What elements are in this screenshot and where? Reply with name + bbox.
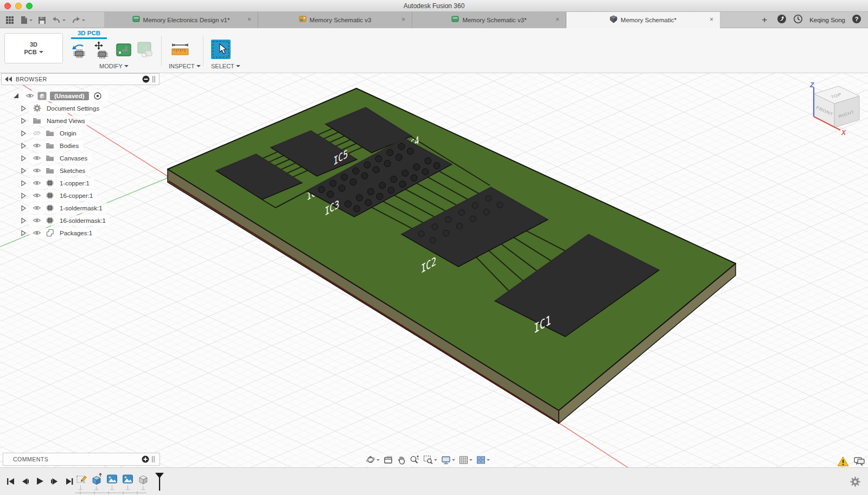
look-at-icon[interactable]: [384, 455, 393, 465]
move-component-icon[interactable]: [92, 40, 112, 60]
select-group-label[interactable]: SELECT: [211, 63, 240, 69]
fit-icon[interactable]: [423, 455, 437, 465]
3d-viewport[interactable]: ICIC4IC5IC3IC2IC1TOPFRONTRIGHTZX BROWSER…: [0, 73, 868, 467]
expand-icon[interactable]: [17, 229, 29, 237]
body-icon[interactable]: [138, 472, 149, 493]
gear-icon[interactable]: [850, 477, 860, 489]
canvas-icon[interactable]: [106, 472, 118, 493]
browser-row-1-soldermask-1[interactable]: 1-soldermask:1: [1, 202, 159, 214]
browser-row-document-settings[interactable]: Document Settings: [1, 102, 159, 114]
new-tab-button[interactable]: +: [758, 14, 770, 26]
browser-row-origin[interactable]: Origin: [1, 127, 159, 139]
browser-item-label[interactable]: 16-copper:1: [60, 192, 93, 199]
comments-bar[interactable]: COMMENTS: [3, 453, 160, 466]
browser-item-label[interactable]: Packages:1: [60, 230, 92, 236]
tab-close-icon[interactable]: ×: [401, 16, 405, 23]
expand-icon[interactable]: [17, 217, 29, 224]
expand-icon[interactable]: [17, 155, 29, 162]
eye-visible-icon[interactable]: [24, 93, 36, 99]
display-settings-icon[interactable]: [441, 455, 455, 465]
document-tab[interactable]: Memory Schematic v3*×: [412, 12, 566, 28]
extrude-icon[interactable]: [91, 472, 103, 493]
eye-visible-icon[interactable]: [30, 155, 43, 161]
browser-row-canvases[interactable]: Canvases: [1, 152, 159, 164]
eye-hidden-icon[interactable]: [30, 130, 43, 136]
select-icon[interactable]: [210, 39, 231, 60]
activate-radio-icon[interactable]: [92, 92, 104, 100]
eye-visible-icon[interactable]: [30, 180, 43, 186]
expand-icon[interactable]: [17, 105, 29, 112]
tab-close-icon[interactable]: ×: [556, 16, 559, 23]
skip-end-icon[interactable]: [65, 477, 74, 486]
redo-icon[interactable]: [71, 16, 85, 24]
browser-item-label[interactable]: Document Settings: [47, 105, 99, 112]
browser-item-label[interactable]: Sketches: [60, 168, 85, 174]
panel-grip[interactable]: [152, 75, 156, 83]
browser-row-1-copper-1[interactable]: 1-copper:1: [1, 177, 159, 189]
browser-root-row[interactable]: (Unsaved): [1, 89, 159, 102]
expand-icon[interactable]: [17, 192, 29, 200]
extensions-icon[interactable]: [777, 14, 787, 26]
zoom-icon[interactable]: [410, 455, 419, 465]
workspace-selector[interactable]: 3D PCB: [4, 33, 63, 63]
tab-close-icon[interactable]: ×: [710, 16, 713, 23]
eye-visible-icon[interactable]: [30, 192, 43, 198]
apps-grid-icon[interactable]: [5, 16, 14, 24]
inspect-group-label[interactable]: INSPECT: [169, 63, 201, 69]
add-comment-icon[interactable]: [142, 455, 149, 463]
browser-row-packages-1[interactable]: Packages:1: [1, 227, 159, 239]
browser-row-16-copper-1[interactable]: 16-copper:1: [1, 189, 159, 202]
browser-item-label[interactable]: Named Views: [47, 118, 85, 124]
expand-icon[interactable]: [17, 204, 29, 212]
new-file-icon[interactable]: [20, 16, 33, 24]
browser-item-label[interactable]: 1-soldermask:1: [60, 205, 103, 211]
play-icon[interactable]: [35, 476, 45, 486]
user-name[interactable]: Keqing Song: [809, 17, 845, 23]
document-tab[interactable]: Memory Schematic v3×: [258, 12, 412, 28]
eye-visible-icon[interactable]: [30, 168, 43, 173]
browser-item-label[interactable]: Canvases: [60, 155, 87, 162]
eye-visible-icon[interactable]: [30, 217, 43, 223]
timeline-marker[interactable]: [154, 472, 165, 492]
document-tab[interactable]: Memory Electronics Design v1*×: [104, 12, 258, 28]
collapse-panel-icon[interactable]: [5, 76, 12, 82]
feedback-icon[interactable]: [853, 457, 865, 468]
expand-icon[interactable]: [17, 142, 29, 150]
browser-item-label[interactable]: 16-soldermask:1: [60, 217, 106, 224]
expand-icon[interactable]: [17, 179, 29, 187]
tab-close-icon[interactable]: ×: [247, 16, 251, 23]
comments-grip[interactable]: [152, 455, 155, 463]
skip-start-icon[interactable]: [5, 477, 15, 486]
save-icon[interactable]: [38, 16, 46, 24]
orbit-icon[interactable]: [366, 455, 380, 465]
canvas-icon[interactable]: [122, 472, 134, 493]
modify-group-label[interactable]: MODIFY: [99, 63, 129, 69]
browser-row-bodies[interactable]: Bodies: [1, 139, 159, 152]
context-tab-3d-pcb[interactable]: 3D PCB: [71, 30, 107, 36]
browser-item-label[interactable]: Bodies: [60, 143, 79, 149]
viewports-icon[interactable]: [476, 455, 490, 465]
eye-visible-icon[interactable]: [30, 143, 43, 149]
timeline-track[interactable]: [75, 491, 156, 495]
pan-icon[interactable]: [397, 455, 406, 465]
browser-row-named-views[interactable]: Named Views: [1, 114, 159, 127]
document-root-label[interactable]: (Unsaved): [50, 92, 89, 100]
expand-icon[interactable]: [17, 167, 29, 175]
grid-settings-icon[interactable]: [459, 455, 473, 465]
browser-row-sketches[interactable]: Sketches: [1, 164, 159, 177]
undo-icon[interactable]: [52, 16, 66, 24]
step-forward-icon[interactable]: [50, 477, 60, 486]
browser-row-16-soldermask-1[interactable]: 16-soldermask:1: [1, 214, 159, 227]
eye-visible-icon[interactable]: [30, 205, 43, 211]
remove-panel-icon[interactable]: [142, 75, 150, 83]
expand-icon[interactable]: [17, 130, 29, 137]
sketch-icon[interactable]: [76, 472, 87, 493]
help-icon[interactable]: ?: [852, 14, 861, 26]
expand-root-icon[interactable]: [9, 92, 23, 99]
measure-icon[interactable]: [170, 40, 190, 60]
browser-item-label[interactable]: Origin: [60, 130, 76, 137]
flip-component-icon[interactable]: [69, 40, 89, 60]
eye-visible-icon[interactable]: [30, 230, 43, 236]
board-icon[interactable]: [114, 40, 133, 60]
document-tab[interactable]: Memory Schematic*×: [566, 12, 720, 28]
